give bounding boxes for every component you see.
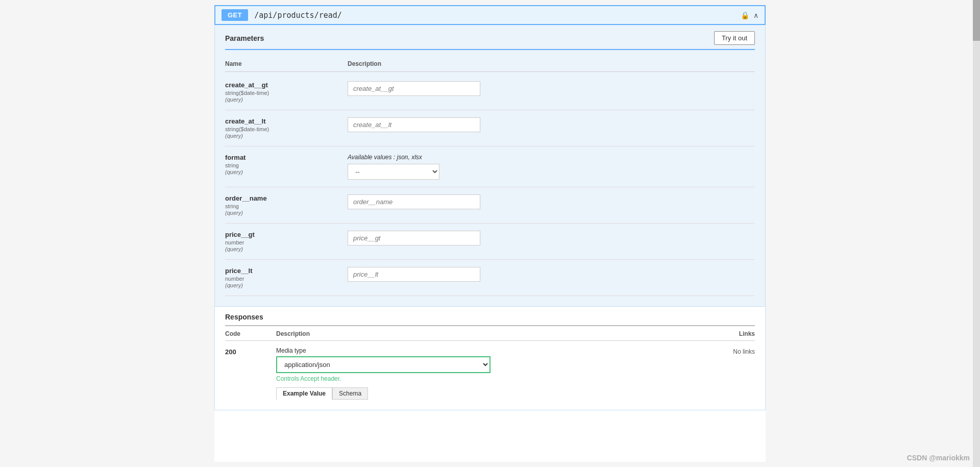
param-name-format: format (225, 154, 348, 161)
param-input-area-price__lt (348, 267, 755, 282)
collapse-icon[interactable]: ∧ (753, 11, 758, 19)
example-value-row: Example Value Schema (225, 382, 755, 400)
param-name-price__lt: price__lt (225, 267, 348, 275)
parameters-title: Parameters (225, 34, 264, 42)
param-type-create_at__lt: string($date-time) (225, 126, 348, 132)
param-location-price__gt: (query) (225, 246, 348, 252)
param-type-order__name: string (225, 203, 348, 209)
responses-title: Responses (225, 313, 263, 321)
param-name-price__gt: price__gt (225, 231, 348, 238)
param-input-order__name[interactable] (348, 194, 480, 209)
responses-section: Responses Code Description Links 200 Med… (214, 307, 766, 410)
param-name-create_at__gt: create_at__gt (225, 81, 348, 89)
media-type-label: Media type (276, 347, 694, 354)
scrollbar-track[interactable] (973, 0, 980, 467)
param-row-order__name: order__namestring(query) (225, 187, 755, 224)
param-input-price__gt[interactable] (348, 231, 480, 245)
column-headers: Name Description (225, 58, 755, 72)
param-info-order__name: order__namestring(query) (225, 194, 348, 216)
param-input-area-format: Available values : json, xlsx--jsonxlsx (348, 154, 755, 180)
tab-example-value[interactable]: Example Value (276, 387, 332, 400)
param-row-format: formatstring(query)Available values : js… (225, 146, 755, 187)
endpoint-header: GET /api/products/read/ 🔒 ∧ (214, 5, 766, 25)
lock-icon[interactable]: 🔒 (741, 11, 749, 19)
param-input-price__lt[interactable] (348, 267, 480, 282)
param-info-create_at__lt: create_at__ltstring($date-time)(query) (225, 117, 348, 139)
responses-col-headers: Code Description Links (225, 326, 755, 341)
try-it-out-button[interactable]: Try it out (714, 31, 755, 45)
endpoint-path: /api/products/read/ (254, 11, 734, 20)
scrollbar-thumb[interactable] (973, 0, 980, 41)
param-location-create_at__lt: (query) (225, 133, 348, 139)
example-tabs: Example Value Schema (276, 387, 755, 400)
param-row-price__gt: price__gtnumber(query) (225, 224, 755, 260)
param-type-price__gt: number (225, 239, 348, 245)
responses-col-code: Code (225, 330, 276, 337)
param-rows: create_at__gtstring($date-time)(query)cr… (225, 74, 755, 296)
method-badge: GET (222, 9, 248, 21)
response-links-200: No links (694, 347, 755, 355)
response-row-200: 200 Media type application/json Controls… (225, 341, 755, 382)
param-info-format: formatstring(query) (225, 154, 348, 175)
param-name-create_at__lt: create_at__lt (225, 117, 348, 125)
col-header-name: Name (225, 60, 348, 67)
controls-accept-header-text: Controls Accept header. (276, 375, 694, 382)
param-location-create_at__gt: (query) (225, 96, 348, 103)
responses-col-links: Links (694, 330, 755, 337)
param-input-area-order__name (348, 194, 755, 209)
param-info-price__lt: price__ltnumber(query) (225, 267, 348, 288)
param-location-format: (query) (225, 169, 348, 175)
param-select-format[interactable]: --jsonxlsx (348, 164, 439, 180)
param-row-create_at__gt: create_at__gtstring($date-time)(query) (225, 74, 755, 110)
param-type-price__lt: number (225, 276, 348, 282)
param-info-price__gt: price__gtnumber(query) (225, 231, 348, 252)
param-input-area-create_at__lt (348, 117, 755, 132)
param-info-create_at__gt: create_at__gtstring($date-time)(query) (225, 81, 348, 103)
parameters-section: Parameters Try it out Name Description c… (214, 25, 766, 307)
param-input-area-price__gt (348, 231, 755, 245)
param-input-area-create_at__gt (348, 81, 755, 96)
col-header-description: Description (348, 60, 755, 67)
responses-col-description: Description (276, 330, 694, 337)
param-location-price__lt: (query) (225, 282, 348, 288)
param-row-price__lt: price__ltnumber(query) (225, 260, 755, 296)
parameters-header: Parameters Try it out (225, 25, 755, 50)
param-type-format: string (225, 162, 348, 168)
tab-schema[interactable]: Schema (332, 387, 368, 400)
param-location-order__name: (query) (225, 210, 348, 216)
endpoint-icons: 🔒 ∧ (741, 11, 758, 19)
param-type-create_at__gt: string($date-time) (225, 90, 348, 96)
responses-header-row: Responses (225, 307, 755, 326)
available-values-format: Available values : json, xlsx (348, 154, 755, 161)
response-code-200: 200 (225, 347, 276, 356)
param-input-create_at__gt[interactable] (348, 81, 480, 96)
param-row-create_at__lt: create_at__ltstring($date-time)(query) (225, 110, 755, 146)
response-desc-200: Media type application/json Controls Acc… (276, 347, 694, 382)
param-name-order__name: order__name (225, 194, 348, 202)
media-type-select[interactable]: application/json (276, 356, 491, 373)
param-input-create_at__lt[interactable] (348, 117, 480, 132)
